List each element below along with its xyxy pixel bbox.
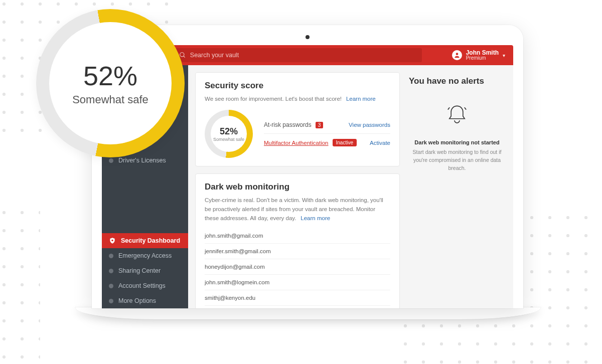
alerts-body: Start dark web monitoring to find out if… <box>409 148 505 172</box>
bell-icon <box>442 100 472 130</box>
overlay-score-percent: 52% <box>72 60 148 91</box>
overlay-score-label: Somewhat safe <box>72 93 148 106</box>
security-score-donut: 52% Somewhat safe <box>205 110 253 158</box>
user-menu[interactable]: John Smith Premium ▾ <box>452 50 508 61</box>
email-row[interactable]: john.smith@logmein.com <box>205 275 390 290</box>
metric-label: At-risk passwords <box>264 121 312 128</box>
security-score-card: Security score We see room for improveme… <box>195 72 400 166</box>
shield-icon <box>109 237 116 244</box>
security-score-overlay-donut: 52% Somewhat safe <box>36 9 185 157</box>
count-badge: 3 <box>316 122 324 128</box>
learn-more-link[interactable]: Learn more <box>346 96 376 102</box>
user-text: John Smith Premium <box>466 50 499 61</box>
sidebar-item-label: Account Settings <box>118 282 166 289</box>
sidebar-item-label: Emergency Access <box>118 252 172 259</box>
camera-dot <box>306 35 310 39</box>
dark-web-body: Cyber-crime is real. Don't be a victim. … <box>205 197 383 221</box>
sidebar-item-account-settings[interactable]: Account Settings <box>102 278 188 293</box>
alerts-subtitle: Dark web monitoring not started <box>409 139 505 145</box>
sidebar-item-security-dashboard[interactable]: Security Dashboard <box>102 233 188 248</box>
metric-row-at-risk: At-risk passwords 3 View passwords <box>264 116 390 134</box>
sidebar-item-label: Driver's Licenses <box>118 157 166 164</box>
learn-more-link[interactable]: Learn more <box>300 215 330 221</box>
main-content: Security score We see room for improveme… <box>188 65 513 308</box>
bullet-icon <box>109 299 113 303</box>
laptop-base <box>75 307 541 319</box>
metric-label[interactable]: Multifactor Authentication <box>264 140 329 146</box>
svg-point-0 <box>180 53 184 57</box>
donut-label: Somewhat safe <box>213 137 244 142</box>
search-placeholder: Search your vault <box>190 52 239 59</box>
avatar <box>452 50 462 60</box>
dark-web-card: Dark web monitoring Cyber-crime is real.… <box>195 173 400 308</box>
status-badge: Inactive <box>333 139 357 146</box>
bullet-icon <box>109 284 113 288</box>
bullet-icon <box>109 158 113 163</box>
person-icon <box>454 52 461 59</box>
security-score-subtitle: We see room for improvement. Let's boost… <box>205 96 342 102</box>
sidebar-item-more-options[interactable]: More Options <box>102 293 188 308</box>
email-row[interactable]: jennifer.smith@gmail.com <box>205 244 390 259</box>
email-row[interactable]: smithj@kenyon.edu <box>205 290 390 306</box>
bullet-icon <box>109 254 113 258</box>
more-accounts-toggle[interactable]: 3 more accounts ⌄ <box>205 306 390 308</box>
decorative-dots <box>0 204 40 364</box>
score-metrics: At-risk passwords 3 View passwords Multi… <box>264 116 390 151</box>
email-row[interactable]: john.smith@gmail.com <box>205 228 390 244</box>
activate-link[interactable]: Activate <box>370 140 390 146</box>
bullet-icon <box>109 269 113 273</box>
dark-web-title: Dark web monitoring <box>205 182 390 192</box>
sidebar-item-label: Security Dashboard <box>121 237 180 244</box>
donut-percent: 52% <box>213 126 244 137</box>
svg-point-3 <box>111 240 113 242</box>
sidebar-item-emergency-access[interactable]: Emergency Access <box>102 248 188 263</box>
chevron-down-icon: ▾ <box>503 53 505 58</box>
sidebar-item-sharing-center[interactable]: Sharing Center <box>102 263 188 278</box>
alerts-panel: You have no alerts Dark web monitoring n… <box>407 76 507 172</box>
email-row[interactable]: honeydijon@gmail.com <box>205 259 390 275</box>
search-input[interactable]: Search your vault <box>174 48 422 62</box>
email-list: john.smith@gmail.com jennifer.smith@gmai… <box>205 228 390 306</box>
sidebar-item-label: More Options <box>118 297 156 304</box>
sidebar-item-label: Sharing Center <box>118 267 161 274</box>
svg-line-1 <box>184 56 185 58</box>
metric-row-mfa: Multifactor Authentication Inactive Acti… <box>264 134 390 151</box>
alerts-heading: You have no alerts <box>409 76 505 86</box>
user-plan: Premium <box>466 56 499 61</box>
svg-point-2 <box>456 53 458 55</box>
security-score-title: Security score <box>205 81 390 91</box>
view-passwords-link[interactable]: View passwords <box>349 122 390 128</box>
